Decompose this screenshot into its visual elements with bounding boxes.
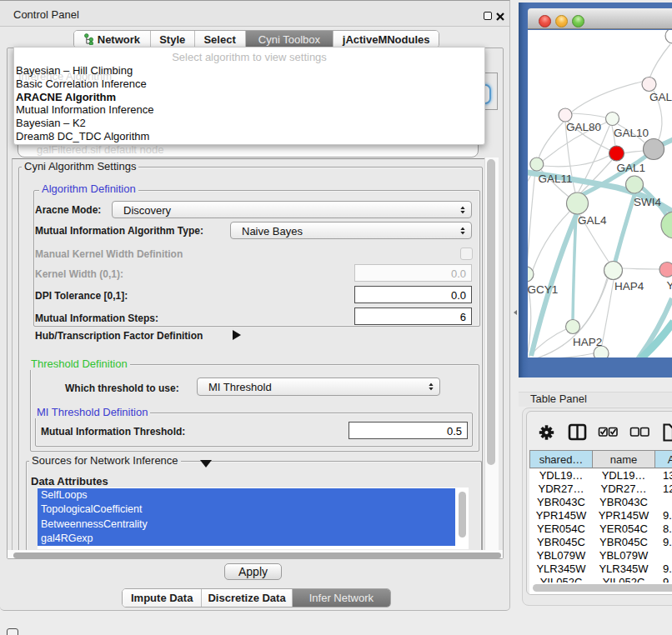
svg-text:GAL10: GAL10	[614, 127, 649, 139]
svg-text:HAP4: HAP4	[614, 280, 644, 292]
svg-text:GAL4: GAL4	[578, 214, 607, 227]
svg-text:HAP2: HAP2	[573, 336, 602, 348]
svg-text:Y: Y	[667, 279, 672, 292]
svg-text:GAL11: GAL11	[539, 172, 573, 185]
svg-text:GCY1: GCY1	[528, 283, 558, 296]
svg-text:GAL7: GAL7	[649, 91, 672, 103]
svg-text:SWI4: SWI4	[634, 196, 661, 208]
svg-text:GAL80: GAL80	[566, 121, 601, 133]
svg-text:GAL1: GAL1	[617, 162, 646, 174]
